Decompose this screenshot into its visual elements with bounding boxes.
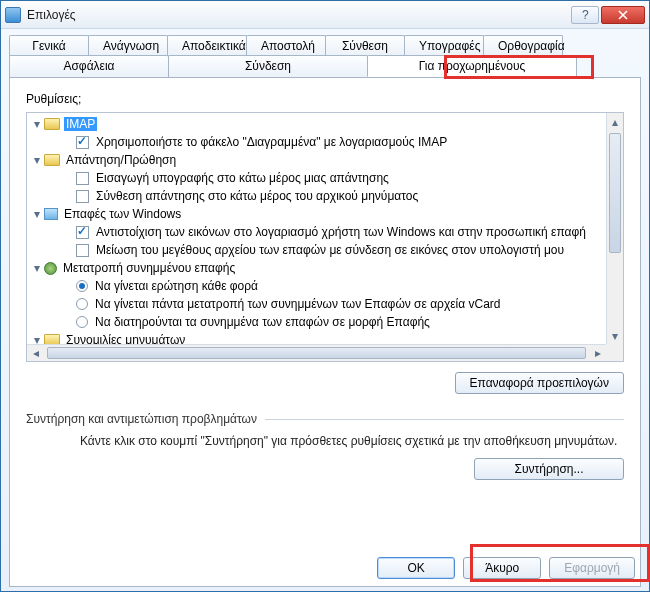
help-button[interactable]: ?	[571, 6, 599, 24]
options-window: Επιλογές ? Γενικά Ανάγνωση Αποδεικτικά Α…	[0, 0, 650, 592]
checkbox-control[interactable]	[76, 172, 89, 185]
scroll-up-icon[interactable]: ▴	[607, 113, 623, 130]
collapse-icon[interactable]: ▾	[31, 263, 42, 274]
maintenance-description: Κάντε κλικ στο κουμπί "Συντήρηση" για πρ…	[80, 434, 624, 448]
maintenance-group-label: Συντήρηση και αντιμετώπιση προβλημάτων	[26, 412, 257, 426]
tree-folder[interactable]: ▾Μετατροπή συνημμένου επαφής	[31, 259, 602, 277]
horizontal-scrollbar[interactable]: ◂ ▸	[27, 344, 606, 361]
tab-read[interactable]: Ανάγνωση	[88, 35, 168, 56]
reset-defaults-button[interactable]: Επαναφορά προεπιλογών	[455, 372, 624, 394]
dialog-buttons: OK Άκυρο Εφαρμογή	[377, 557, 635, 579]
radio-control[interactable]	[76, 280, 88, 292]
scroll-right-icon[interactable]: ▸	[589, 345, 606, 361]
tree-folder[interactable]: ▾Επαφές των Windows	[31, 205, 602, 223]
close-icon	[618, 10, 628, 20]
tab-send[interactable]: Αποστολή	[246, 35, 326, 56]
advanced-panel: Ρυθμίσεις; ▾IMAPΧρησιμοποιήστε το φάκελο…	[9, 77, 641, 587]
tree-label: Εισαγωγή υπογραφής στο κάτω μέρος μιας α…	[94, 171, 391, 185]
folder-icon	[44, 154, 60, 166]
tree-label: Να διατηρούνται τα συνημμένα των επαφών …	[93, 315, 432, 329]
collapse-icon[interactable]: ▾	[31, 155, 42, 166]
tree-item[interactable]: Χρησιμοποιήστε το φάκελο "Διαγραμμένα" μ…	[31, 133, 602, 151]
tab-spelling[interactable]: Ορθογραφία	[483, 35, 563, 56]
tree-label: Να γίνεται ερώτηση κάθε φορά	[93, 279, 260, 293]
tree-item[interactable]: Σύνθεση απάντησης στο κάτω μέρος του αρχ…	[31, 187, 602, 205]
tree-content: ▾IMAPΧρησιμοποιήστε το φάκελο "Διαγραμμέ…	[27, 113, 606, 344]
checkbox-control[interactable]	[76, 226, 89, 239]
scroll-down-icon[interactable]: ▾	[607, 327, 623, 344]
tree-item[interactable]: Να διατηρούνται τα συνημμένα των επαφών …	[31, 313, 602, 331]
hscroll-thumb[interactable]	[47, 347, 586, 359]
tab-signatures[interactable]: Υπογραφές	[404, 35, 484, 56]
tree-label: Συνομιλίες μηνυμάτων	[64, 333, 187, 344]
collapse-icon[interactable]: ▾	[31, 335, 42, 345]
checkbox-control[interactable]	[76, 244, 89, 257]
svg-text:?: ?	[582, 10, 589, 20]
tree-label: Σύνθεση απάντησης στο κάτω μέρος του αρχ…	[94, 189, 420, 203]
tree-folder[interactable]: ▾Απάντηση/Πρώθηση	[31, 151, 602, 169]
folder-icon	[44, 118, 60, 130]
tab-receipts[interactable]: Αποδεικτικά	[167, 35, 247, 56]
group-separator	[265, 419, 624, 420]
close-button[interactable]	[601, 6, 645, 24]
vertical-scrollbar[interactable]: ▴ ▾	[606, 113, 623, 344]
tree-label: Να γίνεται πάντα μετατροπή των συνημμένω…	[93, 297, 503, 311]
cancel-button[interactable]: Άκυρο	[463, 557, 541, 579]
tree-label: Αντιστοίχιση των εικόνων στο λογαριασμό …	[94, 225, 588, 239]
tree-folder[interactable]: ▾Συνομιλίες μηνυμάτων	[31, 331, 602, 344]
scroll-corner	[606, 344, 623, 361]
tree-item[interactable]: Να γίνεται ερώτηση κάθε φορά	[31, 277, 602, 295]
scroll-left-icon[interactable]: ◂	[27, 345, 44, 361]
apply-button[interactable]: Εφαρμογή	[549, 557, 635, 579]
maintenance-group: Συντήρηση και αντιμετώπιση προβλημάτων	[26, 412, 624, 426]
client-area: Γενικά Ανάγνωση Αποδεικτικά Αποστολή Σύν…	[1, 29, 649, 591]
help-icon: ?	[580, 10, 590, 20]
picture-icon	[44, 208, 58, 220]
tree-folder[interactable]: ▾IMAP	[31, 115, 602, 133]
app-icon	[5, 7, 21, 23]
tab-security[interactable]: Ασφάλεια	[9, 55, 169, 77]
checkbox-control[interactable]	[76, 190, 89, 203]
tree-item[interactable]: Εισαγωγή υπογραφής στο κάτω μέρος μιας α…	[31, 169, 602, 187]
settings-tree[interactable]: ▾IMAPΧρησιμοποιήστε το φάκελο "Διαγραμμέ…	[26, 112, 624, 362]
collapse-icon[interactable]: ▾	[31, 209, 42, 220]
titlebar: Επιλογές ?	[1, 1, 649, 29]
settings-label: Ρυθμίσεις;	[26, 92, 81, 106]
window-title: Επιλογές	[27, 8, 569, 22]
tree-label: Μείωση του μεγέθους αρχείου των επαφών μ…	[94, 243, 566, 257]
tree-item[interactable]: Μείωση του μεγέθους αρχείου των επαφών μ…	[31, 241, 602, 259]
contact-icon	[44, 262, 57, 275]
vscroll-thumb[interactable]	[609, 133, 621, 253]
checkbox-control[interactable]	[76, 136, 89, 149]
tree-label: IMAP	[64, 117, 97, 131]
ok-button[interactable]: OK	[377, 557, 455, 579]
tab-connection[interactable]: Σύνδεση	[168, 55, 368, 77]
tree-item[interactable]: Να γίνεται πάντα μετατροπή των συνημμένω…	[31, 295, 602, 313]
tree-label: Χρησιμοποιήστε το φάκελο "Διαγραμμένα" μ…	[94, 135, 449, 149]
tab-general[interactable]: Γενικά	[9, 35, 89, 56]
radio-control[interactable]	[76, 298, 88, 310]
tree-label: Απάντηση/Πρώθηση	[64, 153, 178, 167]
tab-row-2: Ασφάλεια Σύνδεση Για προχωρημένους	[9, 55, 641, 77]
tab-row-1: Γενικά Ανάγνωση Αποδεικτικά Αποστολή Σύν…	[9, 35, 641, 56]
collapse-icon[interactable]: ▾	[31, 119, 42, 130]
tabset: Γενικά Ανάγνωση Αποδεικτικά Αποστολή Σύν…	[9, 35, 641, 587]
folder-icon	[44, 334, 60, 344]
maintenance-button[interactable]: Συντήρηση...	[474, 458, 624, 480]
tree-label: Μετατροπή συνημμένου επαφής	[61, 261, 237, 275]
tree-label: Επαφές των Windows	[62, 207, 183, 221]
tab-advanced[interactable]: Για προχωρημένους	[367, 55, 577, 77]
tree-item[interactable]: Αντιστοίχιση των εικόνων στο λογαριασμό …	[31, 223, 602, 241]
radio-control[interactable]	[76, 316, 88, 328]
tab-compose[interactable]: Σύνθεση	[325, 35, 405, 56]
